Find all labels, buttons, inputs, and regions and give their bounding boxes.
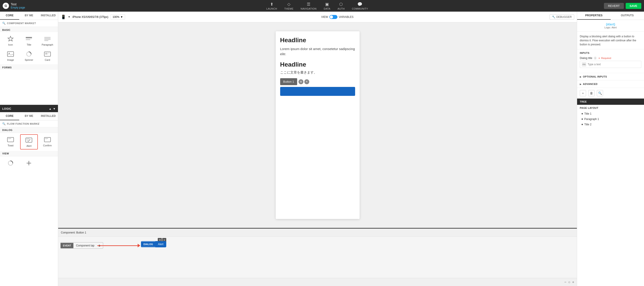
- svg-rect-1: [26, 37, 32, 38]
- zoom-minus-icon[interactable]: −: [564, 280, 566, 284]
- logic-view-item1[interactable]: [2, 158, 19, 168]
- tree-item-title1[interactable]: Title 1: [577, 111, 644, 116]
- zoom-arrow-icon: ▼: [120, 15, 123, 18]
- component-card-item[interactable]: Card: [39, 49, 56, 63]
- dialog-label: Alert: [155, 241, 166, 247]
- tab-outputs[interactable]: OUTPUTS: [611, 12, 644, 20]
- svg-rect-20: [26, 140, 29, 140]
- canvas-toolbar: 📱 ▼ iPhone XS/X/6/6S/7/8 (375px) 100% ▼ …: [58, 12, 577, 22]
- arrow-line: [97, 245, 138, 246]
- trash-icon: 🗑: [590, 91, 593, 95]
- flow-event-button[interactable]: EVENT Component tap ▶: [60, 242, 103, 249]
- phone-btn-icons: ⧉ ✕: [298, 79, 309, 84]
- component-name-section: (Alert) Logic: Alert: [577, 20, 644, 32]
- component-icon-item[interactable]: Icon: [2, 33, 19, 48]
- nav-navigation[interactable]: ☰ NAVIGATION: [301, 2, 317, 10]
- nav-data[interactable]: ▣ DATA: [324, 2, 330, 10]
- tab-core-logic[interactable]: CORE: [0, 112, 19, 120]
- dialog-flow-block[interactable]: DIALOG Alert: [141, 241, 166, 247]
- tree-item-paragraph1[interactable]: Paragraph 1: [577, 116, 644, 122]
- tab-byme-components[interactable]: BY ME: [19, 12, 38, 20]
- svg-marker-0: [8, 36, 13, 41]
- logic-view-item2[interactable]: [20, 158, 38, 168]
- component-spinner-item[interactable]: Spinner: [20, 49, 38, 63]
- component-name-title[interactable]: (Alert): [580, 22, 641, 26]
- forms-component-grid: [0, 70, 58, 79]
- tab-properties[interactable]: PROPERTIES: [577, 12, 611, 20]
- phone-button-row: Button 1 ⧉ ✕: [280, 78, 355, 85]
- logic-toast-item[interactable]: Toast: [2, 134, 19, 149]
- phone-bottom-btn[interactable]: [280, 87, 355, 96]
- input-label-row: Dialog title i ● Required: [580, 57, 641, 60]
- add-action-button[interactable]: +: [580, 90, 586, 96]
- advanced-chevron-icon: ▶: [580, 83, 582, 85]
- dialog-title-input-row: Dialog title i ● Required Abc: [580, 57, 641, 68]
- app-subtitle[interactable]: Empty page: [11, 6, 25, 9]
- delete-action-button[interactable]: 🗑: [588, 90, 594, 96]
- svg-rect-3: [26, 39, 30, 40]
- flow-search-input[interactable]: [7, 123, 40, 125]
- logic-flow-area: EVENT Component tap ▶ ⧉ ✕: [58, 237, 577, 278]
- inputs-title: INPUTS: [580, 52, 641, 54]
- nav-launch[interactable]: ⬆ LAUNCH: [266, 2, 277, 10]
- navigation-icon: ☰: [307, 2, 310, 7]
- nav-auth[interactable]: ⬡ AUTH: [338, 2, 345, 10]
- confirm-label: Confirm: [43, 144, 52, 147]
- optional-inputs-header[interactable]: ▶ OPTIONAL INPUTS: [577, 73, 644, 80]
- dialog-title-field[interactable]: Abc: [580, 61, 641, 68]
- phone-btn-copy-icon[interactable]: ⧉: [298, 79, 304, 84]
- svg-rect-4: [44, 37, 50, 37]
- logic-alert-item[interactable]: Alert: [20, 134, 38, 149]
- component-title-item[interactable]: Title: [20, 33, 38, 48]
- logic-confirm-item[interactable]: Confirm: [39, 134, 56, 149]
- dialog-tag: DIALOG: [141, 242, 155, 247]
- confirm-icon: [43, 136, 52, 143]
- event-text: Component tap: [74, 243, 97, 249]
- svg-rect-7: [44, 40, 48, 41]
- nav-theme[interactable]: ◇ THEME: [284, 2, 294, 10]
- revert-button[interactable]: REVERT: [604, 3, 624, 9]
- view-section-header: VIEW: [0, 151, 58, 156]
- flow-search[interactable]: 🔍: [0, 121, 58, 127]
- zoom-selector[interactable]: 100% ▼: [110, 14, 125, 20]
- logic-tabs: CORE BY ME INSTALLED: [0, 112, 58, 121]
- phone-headline1: Headline: [280, 37, 355, 44]
- phone-frame: Headline Lorem ipsum dolor sit amet, con…: [276, 31, 360, 219]
- nav-community[interactable]: 💬 COMMUNITY: [352, 2, 368, 10]
- component-paragraph-item[interactable]: Paragraph: [39, 33, 56, 48]
- tab-installed-components[interactable]: INSTALLED: [39, 12, 58, 20]
- tree-dot-title2: [582, 124, 583, 125]
- event-tag: EVENT: [61, 243, 74, 248]
- component-image-item[interactable]: Image: [2, 49, 19, 63]
- alert-icon: [24, 137, 33, 144]
- advanced-header[interactable]: ▶ ADVANCED: [577, 80, 644, 88]
- toast-icon: [6, 136, 15, 143]
- image-component-icon: [6, 50, 15, 58]
- component-search[interactable]: 🔍: [0, 20, 58, 27]
- save-button[interactable]: SAVE: [626, 3, 641, 9]
- zoom-plus-icon[interactable]: +: [572, 280, 574, 284]
- info-icon: i: [594, 57, 597, 60]
- logo-area[interactable]: G Test Empty page: [3, 2, 25, 9]
- debugger-button[interactable]: 🔧 DEBUGGER: [550, 14, 574, 20]
- tab-byme-logic[interactable]: BY ME: [19, 112, 38, 120]
- device-dropdown-icon[interactable]: ▼: [68, 16, 70, 18]
- search-action-button[interactable]: 🔍: [597, 90, 603, 96]
- view-toggle-track[interactable]: [330, 15, 338, 19]
- chevron-up-icon[interactable]: ▲: [49, 107, 52, 110]
- chevron-down-icon[interactable]: ▼: [53, 107, 56, 110]
- launch-icon: ⬆: [270, 2, 274, 7]
- toast-label: Toast: [8, 144, 14, 147]
- zoom-circle-icon[interactable]: ○: [568, 280, 570, 284]
- tree-item-title2[interactable]: Title 2: [577, 122, 644, 127]
- tab-installed-logic[interactable]: INSTALLED: [39, 112, 58, 120]
- phone-btn-close-icon[interactable]: ✕: [304, 79, 309, 84]
- title-component-label: Title: [27, 43, 31, 46]
- phone-body: Lorem ipsum dolor sit amet, consetetur s…: [280, 46, 355, 57]
- dialog-title-input[interactable]: [588, 63, 639, 66]
- flow-search-icon: 🔍: [2, 122, 6, 125]
- tab-core-components[interactable]: CORE: [0, 12, 19, 20]
- advanced-section: ▶ ADVANCED: [577, 80, 644, 88]
- component-search-input[interactable]: [7, 22, 56, 24]
- phone-btn1-label[interactable]: Button 1: [280, 78, 297, 85]
